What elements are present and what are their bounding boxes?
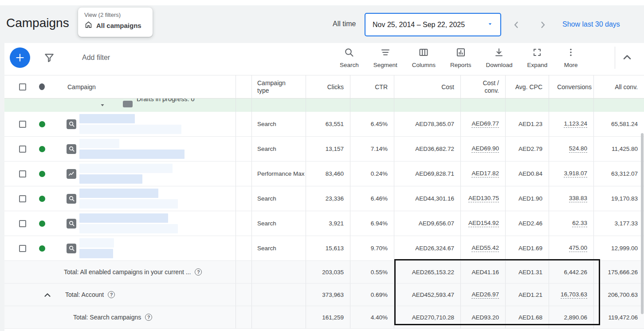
cost-cell: AED9,656.07 bbox=[394, 211, 461, 236]
cost-per-conv-cell[interactable]: AED69.77 bbox=[461, 112, 506, 136]
campaign-row[interactable]: Search 15,613 9.70% AED26,324.67 AED55.4… bbox=[4, 236, 644, 261]
performance-max-campaign-icon bbox=[67, 169, 76, 179]
total-row: Total: Account ? 373,963 0.69% AED452,59… bbox=[4, 284, 644, 306]
caret-down-icon[interactable] bbox=[100, 102, 105, 109]
drafts-in-progress-row[interactable]: Drafts in progress: 0 bbox=[4, 99, 644, 112]
campaign-row[interactable]: Search 3,921 6.94% AED9,656.07 AED154.92… bbox=[4, 211, 644, 236]
column-header-cost-conv[interactable]: Cost /conv. bbox=[461, 75, 506, 98]
column-header-clicks[interactable]: Clicks bbox=[306, 75, 350, 98]
toolbar-button-label: Expand bbox=[527, 62, 547, 68]
cost-per-conv-cell[interactable]: AED17.82 bbox=[461, 162, 506, 186]
collapse-toolbar-button[interactable] bbox=[621, 51, 633, 65]
total-row-label: Total: Account bbox=[65, 291, 104, 298]
conversions-cell[interactable]: 475.00 bbox=[549, 236, 594, 260]
status-enabled-dot[interactable] bbox=[39, 121, 45, 127]
date-range-value: Nov 25, 2014 – Sep 22, 2025 bbox=[373, 21, 487, 29]
conversions-cell[interactable]: 524.80 bbox=[549, 137, 594, 161]
column-header-campaign[interactable]: Campaign bbox=[60, 75, 236, 98]
status-enabled-dot[interactable] bbox=[39, 221, 45, 227]
toolbar-button-label: Download bbox=[486, 62, 512, 68]
clicks-cell: 83,460 bbox=[306, 162, 350, 186]
row-checkbox[interactable] bbox=[19, 146, 26, 153]
toolbar-columns-button[interactable]: Columns bbox=[412, 47, 436, 68]
clicks-cell: 3,921 bbox=[306, 211, 350, 236]
table-toolbar: Add filter Search Segment Columns Report… bbox=[0, 43, 644, 75]
filter-icon[interactable] bbox=[43, 52, 55, 65]
date-range-picker[interactable]: Nov 25, 2014 – Sep 22, 2025 bbox=[365, 13, 501, 36]
avg-cpc-cell: AED2.79 bbox=[506, 137, 549, 161]
campaigns-page: Campaigns View (2 filters) All campaigns… bbox=[0, 0, 644, 331]
next-period-button[interactable] bbox=[536, 18, 550, 32]
help-icon[interactable]: ? bbox=[108, 291, 115, 298]
home-icon bbox=[84, 20, 93, 31]
help-icon[interactable]: ? bbox=[195, 268, 202, 276]
toolbar-search-button[interactable]: Search bbox=[340, 47, 359, 68]
new-campaign-button[interactable] bbox=[10, 47, 30, 68]
view-filter-chip[interactable]: View (2 filters) All campaigns bbox=[78, 8, 153, 37]
status-enabled-dot[interactable] bbox=[39, 245, 45, 252]
row-checkbox[interactable] bbox=[19, 220, 26, 227]
column-header-campaign-type[interactable]: Campaigntype bbox=[252, 75, 306, 98]
ctr-cell: 7.14% bbox=[350, 137, 394, 161]
column-header-all-conv[interactable]: All conv. bbox=[594, 75, 644, 98]
avg-cpc-cell: AED1.69 bbox=[506, 236, 549, 260]
expand-icon bbox=[532, 47, 542, 59]
column-header-ctr[interactable]: CTR bbox=[350, 75, 394, 98]
row-checkbox[interactable] bbox=[19, 195, 26, 202]
status-enabled-dot[interactable] bbox=[39, 146, 45, 152]
more-icon bbox=[565, 47, 576, 59]
show-last-30-days-link[interactable]: Show last 30 days bbox=[562, 20, 620, 28]
campaign-row[interactable]: Search 13,157 7.14% AED36,682.72 AED69.9… bbox=[4, 137, 644, 162]
campaign-row[interactable]: Performance Max 83,460 0.24% AED69,828.7… bbox=[4, 162, 644, 186]
previous-period-button[interactable] bbox=[509, 18, 523, 32]
conversions-cell[interactable]: 62.33 bbox=[549, 211, 594, 236]
conversions-cell[interactable]: 3,918.07 bbox=[549, 162, 594, 186]
cost-per-conv-cell[interactable]: AED69.90 bbox=[461, 137, 506, 161]
status-enabled-dot[interactable] bbox=[39, 196, 45, 202]
total-ctr-cell: 0.55% bbox=[350, 261, 394, 283]
redacted-text-block bbox=[79, 139, 119, 148]
total-clicks-cell: 161,259 bbox=[306, 306, 350, 328]
cost-per-conv-cell[interactable]: AED55.42 bbox=[461, 236, 506, 260]
status-filter-dot[interactable] bbox=[39, 83, 45, 90]
toolbar-expand-button[interactable]: Expand bbox=[527, 47, 547, 68]
cost-cell: AED44,301.16 bbox=[394, 186, 461, 211]
toolbar-button-label: Columns bbox=[412, 62, 436, 68]
column-header-avg-cpc[interactable]: Avg. CPC bbox=[506, 75, 549, 98]
conversions-cell[interactable]: 338.83 bbox=[549, 186, 594, 211]
avg-cpc-cell: AED1.90 bbox=[506, 186, 549, 211]
vertical-scrollbar[interactable] bbox=[641, 133, 644, 314]
campaign-type-cell: Search bbox=[252, 211, 306, 236]
row-checkbox[interactable] bbox=[19, 121, 26, 128]
ctr-cell: 6.46% bbox=[350, 186, 394, 211]
redacted-text-block bbox=[79, 150, 185, 159]
toolbar-reports-button[interactable]: Reports bbox=[450, 47, 471, 68]
toolbar-segment-button[interactable]: Segment bbox=[373, 47, 397, 68]
total-row: Total: Search campaigns ? 161,259 4.40% … bbox=[4, 306, 644, 329]
avg-cpc-cell: AED1.23 bbox=[506, 112, 549, 136]
chevron-up-icon[interactable] bbox=[43, 290, 52, 302]
column-header-conversions[interactable]: Conversions bbox=[549, 75, 594, 98]
select-all-checkbox[interactable] bbox=[19, 83, 26, 91]
column-header-cost[interactable]: Cost bbox=[394, 75, 461, 98]
row-checkbox[interactable] bbox=[19, 245, 26, 252]
redacted-text-block bbox=[79, 213, 168, 223]
redacted-text-block bbox=[79, 199, 178, 209]
campaign-name-redacted bbox=[79, 139, 185, 159]
ctr-cell: 0.24% bbox=[350, 162, 394, 186]
status-enabled-dot[interactable] bbox=[39, 171, 45, 177]
row-checkbox[interactable] bbox=[19, 170, 26, 177]
conversions-cell[interactable]: 1,123.24 bbox=[549, 112, 594, 136]
campaign-row[interactable]: Search 23,336 6.46% AED44,301.16 AED130.… bbox=[4, 186, 644, 211]
cost-per-conv-cell[interactable]: AED130.75 bbox=[461, 186, 506, 211]
toolbar-download-button[interactable]: Download bbox=[486, 47, 512, 68]
segment-icon bbox=[380, 47, 391, 59]
all-conv-cell: 3,177.33 bbox=[594, 211, 644, 236]
total-ctr-cell: 4.40% bbox=[350, 306, 394, 328]
toolbar-more-button[interactable]: More bbox=[562, 47, 580, 68]
draft-icon bbox=[123, 101, 133, 107]
add-filter-button[interactable]: Add filter bbox=[82, 54, 110, 62]
campaign-row[interactable]: Search 63,551 6.45% AED78,365.07 AED69.7… bbox=[4, 112, 644, 137]
cost-per-conv-cell[interactable]: AED154.92 bbox=[461, 211, 506, 236]
help-icon[interactable]: ? bbox=[145, 314, 152, 321]
